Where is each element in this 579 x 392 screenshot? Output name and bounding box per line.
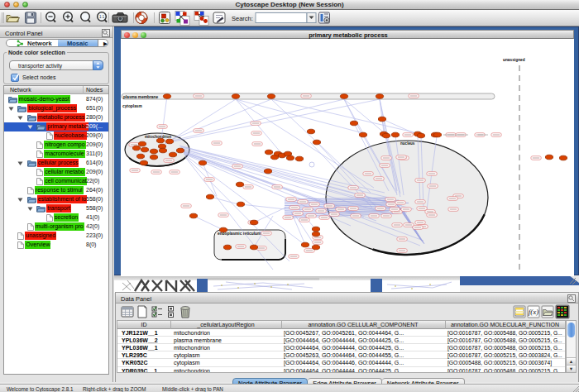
svg-text:nucleus: nucleus <box>400 141 415 146</box>
svg-text:f(x): f(x) <box>529 308 539 316</box>
svg-text:Search:: Search: <box>232 15 253 22</box>
svg-text:unassigned: unassigned <box>503 58 525 62</box>
svg-text:cytoplasm: cytoplasm <box>122 104 142 108</box>
svg-text:plasma membrane: plasma membrane <box>123 95 158 99</box>
svg-text:1:1: 1:1 <box>99 15 105 19</box>
